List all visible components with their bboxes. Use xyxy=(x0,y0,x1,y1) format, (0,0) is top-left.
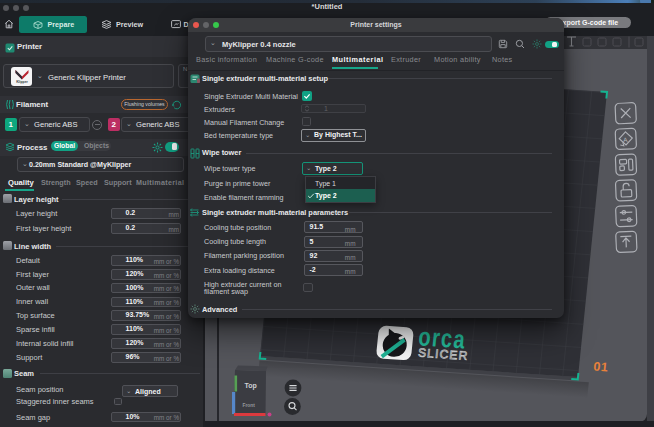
svg-text:A: A xyxy=(623,136,628,143)
svg-text:Top: Top xyxy=(245,382,257,390)
svg-text:Front: Front xyxy=(243,403,256,408)
svg-text:01: 01 xyxy=(593,360,609,375)
